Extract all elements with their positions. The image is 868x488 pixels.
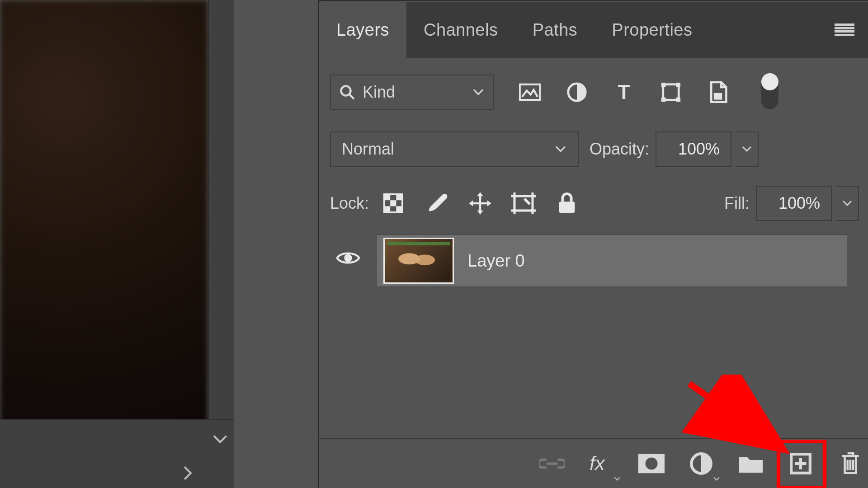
svg-rect-26 [559,202,575,213]
image-filter-icon[interactable] [518,80,542,104]
tab-paths[interactable]: Paths [515,2,595,58]
delete-layer-icon[interactable] [837,450,863,477]
svg-text:fx: fx [590,453,605,474]
panel-tabbar: Layers Channels Paths Properties [319,2,868,58]
svg-rect-15 [384,206,390,212]
layer-list: Layer 0 [319,234,847,287]
opacity-dropdown-button[interactable] [736,131,759,167]
svg-text:T: T [618,82,630,102]
svg-rect-14 [390,200,396,206]
eye-icon [336,250,360,273]
adjustment-layer-icon[interactable] [688,450,714,477]
filter-toggle[interactable] [761,75,778,109]
layer-mask-icon[interactable] [638,450,665,477]
lock-transparency-icon[interactable] [381,191,406,216]
new-layer-icon[interactable] [788,450,814,477]
svg-line-35 [689,384,779,447]
svg-point-27 [344,254,352,262]
fill-input[interactable]: 100% [756,186,832,221]
tab-channels[interactable]: Channels [406,2,515,58]
svg-rect-6 [661,83,666,87]
canvas-footer [0,419,234,488]
svg-rect-12 [384,194,390,200]
fill-dropdown-button[interactable] [836,186,859,221]
svg-point-30 [645,457,657,469]
hamburger-icon [835,23,854,36]
svg-rect-2 [520,84,540,100]
layer-kind-filter-select[interactable]: Kind [330,75,494,110]
group-icon[interactable] [738,450,764,477]
svg-line-1 [349,94,354,99]
panel-dock-gap [234,0,318,488]
svg-rect-9 [676,98,681,102]
layer-name[interactable]: Layer 0 [467,251,525,271]
svg-rect-7 [676,83,681,87]
lock-label: Lock: [330,194,369,213]
opacity-value: 100% [678,140,720,159]
opacity-input[interactable]: 100% [656,131,731,167]
layers-panel: Layers Channels Paths Properties Kind T [318,0,868,488]
layer-effects-icon[interactable]: fx [589,450,615,477]
svg-rect-10 [714,93,722,100]
lock-all-icon[interactable] [554,191,580,216]
svg-rect-8 [661,98,666,102]
chevron-down-icon [554,145,567,153]
svg-rect-16 [396,206,402,212]
layer-thumbnail[interactable] [383,238,454,284]
lock-position-icon[interactable] [467,191,493,216]
submenu-chevron-icon [614,477,620,481]
toggle-knob-icon [761,73,778,90]
fill-value: 100% [778,194,820,213]
blend-mode-value: Normal [342,140,394,159]
tab-layers[interactable]: Layers [319,2,406,58]
collapse-panel-chevron-icon[interactable] [211,430,230,449]
canvas-gutter [208,0,234,488]
smartobject-filter-icon[interactable] [706,80,730,104]
svg-rect-13 [396,194,402,200]
lock-artboard-icon[interactable] [511,191,536,216]
layer-row[interactable]: Layer 0 [377,234,847,287]
chevron-down-icon [472,88,485,96]
svg-point-0 [341,86,351,96]
search-icon [339,84,355,100]
adjustment-filter-icon[interactable] [565,80,589,104]
layer-visibility-toggle[interactable] [319,235,377,288]
document-canvas [0,0,208,488]
blend-mode-select[interactable]: Normal [330,131,579,167]
tab-properties[interactable]: Properties [594,2,709,58]
fill-label[interactable]: Fill: [724,194,750,213]
opacity-label[interactable]: Opacity: [590,140,649,159]
scroll-right-chevron-icon[interactable] [178,464,197,483]
layers-panel-bottombar: fx [319,438,868,488]
shape-filter-icon[interactable] [659,80,683,104]
submenu-chevron-icon [713,477,720,481]
link-layers-icon [539,450,565,477]
lock-paint-icon[interactable] [424,191,449,216]
panel-menu-button[interactable] [831,2,858,58]
kind-label: Kind [363,83,395,102]
text-filter-icon[interactable]: T [612,80,636,104]
